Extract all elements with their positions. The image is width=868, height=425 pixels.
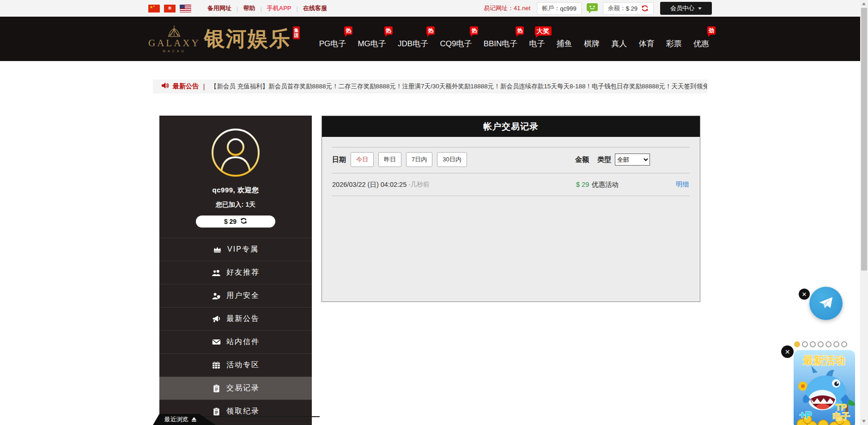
nav-item-sports[interactable]: 体育 [636, 25, 657, 53]
main-navigation-bar: GALAXY MACAU 银河娱乐 集团 热PG电子 热MG电子 热JDB电子 … [0, 17, 860, 61]
sidebar-item-transactions[interactable]: 交易记录 [159, 376, 312, 400]
announcement-label: 最新公告 [173, 82, 199, 91]
sidebar-item-vip[interactable]: VIP专属 [159, 238, 312, 261]
member-center-button[interactable]: 会员中心 [660, 2, 712, 15]
filter-30days-button[interactable]: 30日内 [437, 152, 467, 167]
dot[interactable] [818, 341, 824, 347]
mobile-app-link[interactable]: 手机APP [267, 4, 291, 12]
hot-badge: 热 [384, 26, 393, 35]
telegram-icon [816, 292, 836, 314]
sidebar-item-label: 交易记录 [226, 383, 260, 393]
sidebar-item-referral[interactable]: 好友推荐 [159, 261, 312, 284]
divider: | [297, 5, 298, 12]
nav-item-cq9[interactable]: 热CQ9电子 [437, 25, 474, 53]
svg-text:电子: 电子 [832, 412, 850, 421]
scrollbar-thumb[interactable] [861, 8, 867, 271]
close-icon: ✕ [785, 348, 790, 356]
promo-close-button[interactable]: ✕ [781, 345, 794, 358]
type-label: 类型 [597, 155, 611, 164]
sidebar-item-label: 好友推荐 [226, 268, 260, 277]
welcome-text: qc999, 欢迎您 [159, 186, 312, 195]
nav-item-mg[interactable]: 热MG电子 [355, 25, 388, 53]
help-link[interactable]: 帮助 [243, 4, 255, 12]
divider [332, 147, 690, 148]
clipboard-icon [212, 407, 221, 416]
dot[interactable] [810, 341, 816, 347]
divider: | [260, 5, 261, 12]
divider [332, 196, 690, 196]
dot[interactable] [841, 341, 847, 347]
filter-row: 日期 今日 昨日 7日内 30日内 金额 类型 全部 [332, 152, 690, 167]
type-select[interactable]: 全部 [615, 154, 650, 166]
sidebar-item-label: 最新公告 [226, 314, 260, 324]
filter-7days-button[interactable]: 7日内 [406, 152, 432, 167]
galaxy-emblem-icon: GALAXY MACAU [148, 25, 200, 53]
usa-flag-icon[interactable] [180, 5, 191, 12]
nav-item-chess[interactable]: 棋牌 [581, 25, 602, 53]
svg-text:TP: TP [836, 402, 847, 412]
transaction-panel: 帐户交易记录 日期 今日 昨日 7日内 30日内 金额 类型 全部 2026/0… [322, 116, 700, 302]
filter-today-button[interactable]: 今日 [351, 152, 374, 167]
sidebar-item-label: 站内信件 [226, 337, 260, 347]
sidebar-item-announcements[interactable]: 最新公告 [159, 307, 312, 330]
envelope-icon [212, 339, 221, 345]
transaction-amount: $ 29 [576, 181, 589, 188]
china-flag-icon[interactable]: ★★ [148, 5, 160, 12]
amount-label: 金额 [575, 155, 589, 164]
joined-days-text: 您已加入: 1天 [159, 201, 312, 209]
page-scrollbar[interactable] [860, 0, 868, 425]
announcement-text: 【新会员 充值福利】新会员首存奖励8888元！二存三存奖励8888元！注册满7天… [211, 82, 707, 91]
filter-yesterday-button[interactable]: 昨日 [378, 152, 401, 167]
memorable-url: 易记网址：41.net [484, 4, 530, 12]
chat-bubble-icon[interactable] [586, 3, 598, 16]
account-box: 帐戶：qc999 [537, 2, 581, 15]
refresh-icon [240, 217, 247, 226]
user-shield-icon [212, 292, 221, 300]
avatar-icon [211, 171, 261, 179]
transaction-time-ago: -几秒前 [408, 180, 429, 189]
refresh-icon[interactable] [641, 5, 649, 12]
hongkong-flag-icon[interactable]: ✻ [164, 5, 176, 12]
nav-item-bbin[interactable]: 热BBIN电子 [481, 25, 521, 53]
sidebar-item-messages[interactable]: 站内信件 [159, 330, 312, 353]
nav-item-live[interactable]: 真人 [608, 25, 630, 53]
chevron-down-icon [698, 7, 702, 10]
dot[interactable] [794, 341, 800, 347]
svg-text:最新活动: 最新活动 [803, 354, 845, 366]
scroll-up-arrow[interactable] [862, 2, 866, 5]
scroll-down-arrow[interactable] [862, 420, 866, 423]
balance-value: $ 29 [626, 5, 637, 12]
telegram-close-button[interactable]: ✕ [799, 289, 810, 300]
sidebar-item-label: 领取纪录 [226, 407, 260, 416]
sidebar-item-activities[interactable]: 活动专区 [159, 353, 312, 376]
nav-item-promo[interactable]: 劲优惠 [691, 25, 712, 53]
hot-badge: 热 [344, 26, 352, 35]
promo-banner[interactable]: 最新活动 TP 电子 +P [794, 350, 855, 425]
date-label: 日期 [332, 155, 346, 164]
nav-item-jdb[interactable]: 热JDB电子 [395, 25, 431, 53]
nav-item-lottery[interactable]: 彩票 [663, 25, 685, 53]
clipboard-icon [212, 384, 221, 393]
panel-title: 帐户交易记录 [322, 116, 700, 137]
backup-url-link[interactable]: 备用网址 [207, 4, 231, 12]
promo-pagination-dots [794, 341, 847, 347]
online-service-link[interactable]: 在线客服 [303, 4, 327, 12]
nav-item-pg[interactable]: 热PG电子 [316, 25, 349, 53]
dot[interactable] [826, 341, 832, 347]
calendar-icon [212, 361, 221, 369]
site-logo[interactable]: GALAXY MACAU 银河娱乐 集团 [148, 25, 300, 53]
account-value: qc999 [560, 5, 576, 12]
announcement-marquee[interactable]: 最新公告 ❘ 【新会员 充值福利】新会员首存奖励8888元！二存三存奖励8888… [153, 80, 707, 93]
nav-item-dianzi[interactable]: 大奖电子 [527, 25, 548, 53]
sidebar-item-security[interactable]: 用户安全 [159, 284, 312, 307]
sidebar-item-label: 活动专区 [226, 360, 260, 370]
dot[interactable] [802, 341, 808, 347]
nav-item-fishing[interactable]: 捕鱼 [554, 25, 575, 53]
dot[interactable] [833, 341, 839, 347]
divider: | [237, 5, 238, 12]
detail-link[interactable]: 明细 [676, 180, 689, 189]
speaker-icon [161, 82, 169, 91]
transaction-row: 2026/03/22 (日) 04:02:25 -几秒前 $ 29 优惠活动 明… [332, 173, 690, 196]
telegram-button[interactable] [809, 287, 843, 320]
sidebar-balance-button[interactable]: $ 29 [196, 216, 275, 228]
